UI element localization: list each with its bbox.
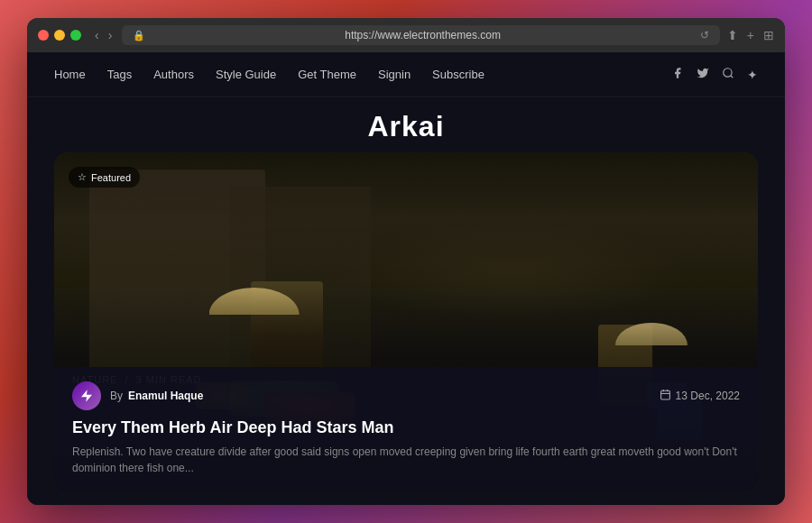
maximize-button[interactable] bbox=[70, 30, 81, 41]
traffic-lights bbox=[38, 30, 81, 41]
address-bar[interactable]: 🔒 https://www.electronthemes.com ↺ bbox=[122, 25, 719, 45]
star-icon: ☆ bbox=[78, 171, 87, 183]
carousel-wrapper: ❮ bbox=[54, 152, 758, 491]
nav-links: Home Tags Authors Style Guide Get Theme … bbox=[54, 68, 484, 81]
lock-icon: 🔒 bbox=[133, 30, 145, 41]
nav-subscribe[interactable]: Subscribe bbox=[432, 68, 484, 81]
grid-icon[interactable]: ⊞ bbox=[763, 28, 774, 42]
minimize-button[interactable] bbox=[54, 30, 65, 41]
close-button[interactable] bbox=[38, 30, 49, 41]
back-arrow[interactable]: ‹ bbox=[92, 28, 102, 42]
article-meta: By Enamul Haque 13 Dec, 2022 bbox=[72, 381, 740, 410]
twitter-icon[interactable] bbox=[697, 67, 709, 82]
hero-section: Arkai ❮ bbox=[27, 97, 785, 505]
article-excerpt: Replenish. Two have creature divide afte… bbox=[72, 444, 740, 476]
author-name: Enamul Haque bbox=[128, 390, 203, 402]
svg-point-0 bbox=[724, 69, 732, 77]
article-date: 13 Dec, 2022 bbox=[676, 390, 740, 402]
article-card: By Enamul Haque 13 Dec, 2022 Every Them … bbox=[54, 367, 758, 491]
nav-tags[interactable]: Tags bbox=[107, 68, 132, 81]
url-text: https://www.electronthemes.com bbox=[151, 29, 694, 41]
forward-arrow[interactable]: › bbox=[106, 28, 115, 42]
calendar-icon bbox=[660, 389, 671, 403]
nav-authors[interactable]: Authors bbox=[153, 68, 194, 81]
facebook-icon[interactable] bbox=[671, 67, 684, 82]
nav-get-theme[interactable]: Get Theme bbox=[298, 68, 356, 81]
website-content: Home Tags Authors Style Guide Get Theme … bbox=[27, 52, 785, 505]
browser-chrome: ‹ › 🔒 https://www.electronthemes.com ↺ ⬆… bbox=[27, 18, 785, 52]
featured-label: Featured bbox=[91, 172, 131, 183]
author-avatar bbox=[72, 381, 101, 410]
site-title: Arkai bbox=[27, 97, 785, 152]
nav-signin[interactable]: Signin bbox=[378, 68, 411, 81]
site-nav: Home Tags Authors Style Guide Get Theme … bbox=[27, 52, 785, 97]
author-info: By Enamul Haque bbox=[110, 390, 203, 402]
article-title: Every Them Herb Air Deep Had Stars Man bbox=[72, 417, 740, 438]
svg-marker-1 bbox=[81, 390, 92, 401]
svg-rect-2 bbox=[660, 390, 669, 399]
browser-actions: ⬆ + ⊞ bbox=[727, 28, 774, 42]
author-by-label: By bbox=[110, 390, 123, 402]
featured-badge: ☆ Featured bbox=[69, 167, 140, 188]
nav-style-guide[interactable]: Style Guide bbox=[216, 68, 276, 81]
search-icon[interactable] bbox=[722, 67, 734, 82]
theme-toggle-icon[interactable]: ✦ bbox=[747, 68, 758, 82]
browser-window: ‹ › 🔒 https://www.electronthemes.com ↺ ⬆… bbox=[27, 18, 785, 505]
browser-nav-arrows: ‹ › bbox=[92, 28, 115, 42]
nav-home[interactable]: Home bbox=[54, 68, 86, 81]
new-tab-icon[interactable]: + bbox=[747, 28, 754, 42]
hero-image: ☆ Featured NATURE / 3 min read bbox=[54, 152, 758, 491]
date-info: 13 Dec, 2022 bbox=[660, 389, 740, 403]
share-icon[interactable]: ⬆ bbox=[727, 28, 738, 42]
nav-right-icons: ✦ bbox=[671, 67, 758, 82]
refresh-icon[interactable]: ↺ bbox=[700, 29, 709, 41]
